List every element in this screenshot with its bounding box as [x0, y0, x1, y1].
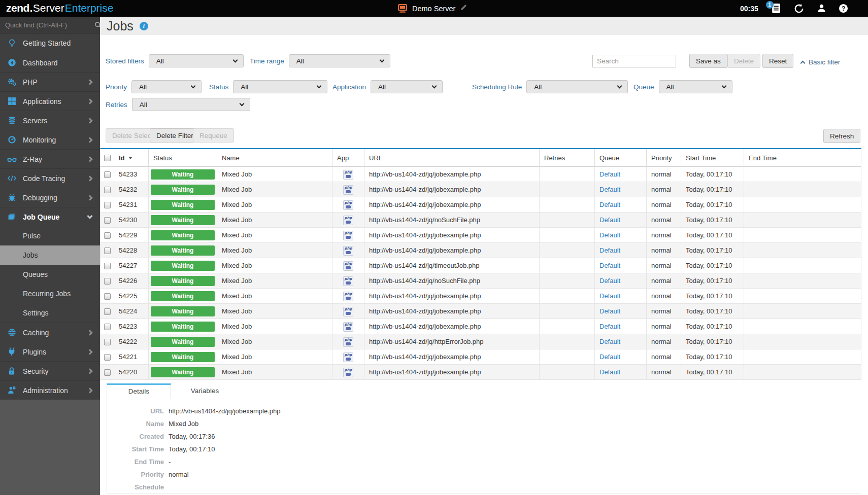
sidebar-item-administration[interactable]: Administration	[0, 380, 100, 400]
column-header-url[interactable]: URL	[364, 149, 540, 167]
sidebar-item-getting-started[interactable]: Getting Started	[0, 33, 100, 53]
queue-link[interactable]: Default	[599, 292, 620, 300]
sidebar-item-z-ray[interactable]: Z-Ray	[0, 149, 100, 168]
sidebar-item-monitoring[interactable]: Monitoring	[0, 130, 100, 149]
sidebar-item-applications[interactable]: Applications	[0, 91, 100, 111]
queue-link[interactable]: Default	[599, 368, 620, 376]
column-header-name[interactable]: Name	[217, 149, 332, 167]
select-all-checkbox[interactable]	[104, 155, 111, 161]
stored-filters-select[interactable]: All	[149, 54, 244, 67]
basic-filter-toggle[interactable]: Basic filter	[801, 58, 840, 66]
column-header-id[interactable]: Id	[114, 149, 149, 167]
sidebar-item-code-tracing[interactable]: Code Tracing	[0, 168, 100, 188]
search-input[interactable]	[592, 55, 676, 67]
help-icon[interactable]: ?	[839, 4, 848, 13]
column-header-start-time[interactable]: Start Time	[681, 149, 744, 167]
status-select[interactable]: All	[233, 80, 327, 93]
table-row[interactable]: 54223 Waiting Mixed Job php http://vb-us…	[101, 319, 861, 334]
row-checkbox[interactable]	[104, 248, 111, 254]
queue-link[interactable]: Default	[599, 323, 620, 330]
sidebar-item-php[interactable]: PHP	[0, 72, 100, 91]
table-row[interactable]: 54232 Waiting Mixed Job php http://vb-us…	[101, 182, 861, 197]
retries-select[interactable]: All	[132, 98, 250, 111]
sidebar-item-dashboard[interactable]: Dashboard	[0, 53, 100, 72]
queue-link[interactable]: Default	[599, 277, 620, 285]
queue-link[interactable]: Default	[599, 186, 620, 193]
row-checkbox[interactable]	[104, 308, 111, 315]
edit-pencil-icon[interactable]	[460, 4, 468, 13]
tab-variables[interactable]: Variables	[171, 383, 239, 399]
queue-link[interactable]: Default	[599, 216, 620, 224]
table-row[interactable]: 54228 Waiting Mixed Job php http://vb-us…	[101, 243, 861, 258]
sidebar-subitem-recurring-jobs[interactable]: Recurring Jobs	[0, 284, 100, 303]
queue-link[interactable]: Default	[599, 231, 620, 239]
table-row[interactable]: 54221 Waiting Mixed Job php http://vb-us…	[101, 349, 861, 365]
table-row[interactable]: 54220 Waiting Mixed Job php http://vb-us…	[101, 365, 861, 380]
queue-link[interactable]: Default	[599, 170, 620, 178]
queue-link[interactable]: Default	[599, 201, 620, 208]
scheduling-rule-select[interactable]: All	[526, 80, 628, 93]
sidebar-item-security[interactable]: Security	[0, 361, 100, 380]
column-header-priority[interactable]: Priority	[647, 149, 681, 167]
sidebar-item-servers[interactable]: Servers	[0, 111, 100, 130]
table-row[interactable]: 54224 Waiting Mixed Job php http://vb-us…	[101, 304, 861, 319]
sidebar-subitem-pulse[interactable]: Pulse	[0, 226, 100, 245]
delete-filter-button[interactable]: Delete	[727, 54, 760, 68]
table-row[interactable]: 54233 Waiting Mixed Job php http://vb-us…	[101, 167, 861, 182]
queue-link[interactable]: Default	[599, 307, 620, 315]
row-checkbox[interactable]	[104, 263, 111, 269]
row-checkbox[interactable]	[104, 217, 111, 224]
queue-select[interactable]: All	[659, 80, 732, 93]
save-as-button[interactable]: Save as	[689, 54, 727, 68]
row-checkbox[interactable]	[104, 202, 111, 208]
user-icon[interactable]	[817, 4, 826, 13]
sidebar-item-job-queue[interactable]: Job Queue	[0, 207, 100, 226]
reset-button[interactable]: Reset	[762, 54, 793, 68]
row-checkbox[interactable]	[104, 354, 111, 361]
column-header-end-time[interactable]: End Time	[744, 149, 861, 167]
sidebar-item-plugins[interactable]: Plugins	[0, 342, 100, 361]
queue-link[interactable]: Default	[599, 353, 620, 361]
table-row[interactable]: 54229 Waiting Mixed Job php http://vb-us…	[101, 228, 861, 243]
column-header-retries[interactable]: Retries	[540, 149, 595, 167]
row-checkbox[interactable]	[104, 232, 111, 239]
queue-link[interactable]: Default	[599, 338, 620, 345]
quick-find[interactable]	[0, 17, 100, 33]
table-row[interactable]: 54231 Waiting Mixed Job php http://vb-us…	[101, 197, 861, 213]
sidebar-item-caching[interactable]: Caching	[0, 323, 100, 342]
column-header-queue[interactable]: Queue	[595, 149, 647, 167]
sidebar-item-debugging[interactable]: Debugging	[0, 188, 100, 207]
refresh-button[interactable]: Refresh	[823, 129, 860, 143]
tab-details[interactable]: Details	[107, 383, 171, 399]
chevron-down-icon	[87, 213, 92, 219]
row-checkbox[interactable]	[104, 187, 111, 193]
row-checkbox[interactable]	[104, 278, 111, 285]
job-start-time: Today, 00:17:10	[681, 182, 744, 197]
table-row[interactable]: 54222 Waiting Mixed Job php http://vb-us…	[101, 334, 861, 349]
row-checkbox[interactable]	[104, 171, 111, 178]
queue-link[interactable]: Default	[599, 246, 620, 254]
sidebar-subitem-jobs[interactable]: Jobs	[0, 245, 100, 265]
row-checkbox[interactable]	[104, 324, 111, 330]
restart-icon[interactable]	[793, 3, 805, 14]
info-icon[interactable]: i	[140, 22, 148, 30]
column-header-status[interactable]: Status	[149, 149, 217, 167]
application-select[interactable]: All	[371, 80, 443, 93]
row-checkbox[interactable]	[104, 369, 111, 376]
sidebar-subitem-queues[interactable]: Queues	[0, 265, 100, 284]
column-header-app[interactable]: App	[332, 149, 364, 167]
requeue-button[interactable]: Requeue	[193, 128, 234, 143]
sidebar-subitem-settings[interactable]: Settings	[0, 303, 100, 323]
row-checkbox[interactable]	[104, 293, 111, 300]
table-row[interactable]: 54226 Waiting Mixed Job php http://vb-us…	[101, 273, 861, 289]
quick-find-input[interactable]	[5, 21, 94, 29]
row-checkbox[interactable]	[104, 339, 111, 345]
priority-select[interactable]: All	[131, 80, 202, 93]
queue-link[interactable]: Default	[599, 262, 620, 269]
table-row[interactable]: 54227 Waiting Mixed Job php http://vb-us…	[101, 258, 861, 273]
table-row[interactable]: 54225 Waiting Mixed Job php http://vb-us…	[101, 289, 861, 304]
table-row[interactable]: 54230 Waiting Mixed Job php http://vb-us…	[101, 213, 861, 228]
job-name: Mixed Job	[217, 365, 332, 380]
notifications-icon[interactable]: 1	[771, 3, 781, 14]
time-range-select[interactable]: All	[289, 54, 390, 67]
